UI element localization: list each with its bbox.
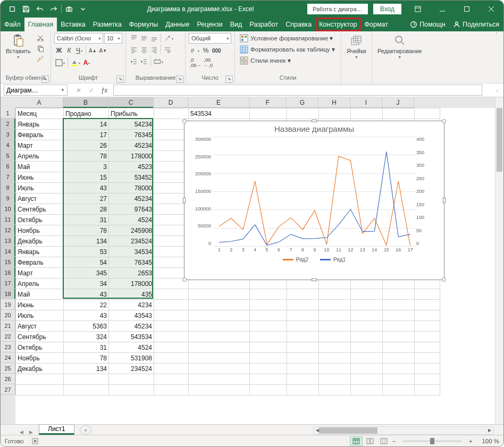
cell[interactable] (351, 332, 383, 342)
cell[interactable] (319, 321, 351, 332)
accounting-format-icon[interactable]: ₽▾ (189, 45, 200, 56)
maximize-button[interactable] (455, 1, 479, 18)
cell[interactable] (154, 172, 189, 183)
cell[interactable] (154, 204, 189, 215)
cell[interactable] (109, 385, 154, 395)
cell[interactable] (351, 310, 383, 321)
cell[interactable] (383, 385, 415, 395)
cell[interactable]: 4524 (109, 342, 154, 353)
cell[interactable]: 345 (64, 268, 109, 279)
font-family-combo[interactable]: Calibri (Осно▼ (54, 33, 103, 44)
tab-вставка[interactable]: Вставка (57, 18, 89, 31)
view-page-break-icon[interactable] (377, 436, 390, 446)
cell[interactable]: 31 (64, 215, 109, 225)
chart-plot-area[interactable]: 300000250000200000150000100000500000 400… (189, 137, 439, 254)
cell[interactable]: 134 (64, 236, 109, 247)
row-header-1[interactable]: 1 (1, 108, 15, 119)
camera-icon[interactable] (63, 3, 75, 15)
tell-me[interactable]: Помощн (407, 18, 449, 31)
cell[interactable]: Июль (16, 183, 64, 193)
cell[interactable]: 54234 (109, 119, 154, 130)
cell[interactable] (383, 332, 415, 342)
col-header-G[interactable]: G (287, 97, 318, 108)
cell[interactable] (383, 108, 415, 119)
cell[interactable]: Декабрь (16, 364, 64, 374)
cell[interactable]: 45234 (109, 193, 154, 204)
tab-формулы[interactable]: Формулы (125, 18, 162, 31)
cell[interactable] (189, 310, 250, 321)
cell[interactable]: 2653 (109, 268, 154, 279)
cell[interactable] (383, 374, 415, 385)
cell[interactable]: 543534 (189, 108, 250, 119)
tab-данные[interactable]: Данные (162, 18, 193, 31)
row-header-22[interactable]: 22 (1, 331, 15, 342)
zoom-level[interactable]: 100 % (482, 438, 499, 444)
font-color-button[interactable]: A▾ (82, 57, 91, 68)
cell[interactable]: Февраль (16, 257, 64, 268)
cell[interactable]: 134 (64, 364, 109, 374)
increase-indent-icon[interactable] (139, 56, 149, 67)
name-box[interactable]: Диаграм…▼ (4, 85, 68, 96)
formula-input[interactable] (113, 85, 482, 96)
number-format-combo[interactable]: Общий▼ (189, 33, 231, 44)
cell[interactable] (250, 342, 287, 353)
align-bottom-icon[interactable] (149, 33, 159, 44)
cell[interactable] (189, 321, 250, 332)
launcher-icon[interactable]: ⬊ (225, 75, 233, 83)
add-sheet-button[interactable]: ＋ (80, 425, 91, 435)
cell[interactable] (351, 321, 383, 332)
col-header-H[interactable]: H (318, 97, 350, 108)
cell[interactable]: Ноябрь (16, 225, 64, 236)
column-headers[interactable]: ABCDEFGHIJ (1, 97, 495, 108)
row-header-2[interactable]: 2 (1, 119, 15, 129)
row-header-24[interactable]: 24 (1, 352, 15, 363)
cell[interactable]: Октябрь (16, 215, 64, 225)
tab-файл[interactable]: Файл (1, 18, 24, 31)
cell[interactable]: 22 (64, 300, 109, 310)
cell[interactable]: 31 (64, 342, 109, 353)
cell[interactable] (250, 300, 287, 310)
cell[interactable] (250, 108, 287, 119)
cell[interactable] (319, 108, 351, 119)
cell[interactable] (415, 300, 440, 310)
macro-record-icon[interactable] (31, 437, 39, 445)
cell[interactable] (154, 162, 189, 172)
cell[interactable] (351, 108, 383, 119)
minimize-button[interactable] (430, 1, 455, 18)
chart-series-Ряд2[interactable] (219, 156, 410, 246)
cell[interactable] (154, 385, 189, 395)
cell[interactable]: Прибыль (109, 108, 154, 119)
bold-button[interactable]: Ж (54, 45, 64, 56)
cell[interactable] (319, 332, 351, 342)
cell[interactable]: 54 (64, 257, 109, 268)
chart-legend[interactable]: Ряд2Ряд1 (184, 255, 444, 266)
cell[interactable]: 34534 (109, 247, 154, 257)
cell[interactable]: 97643 (109, 204, 154, 215)
align-top-icon[interactable] (129, 33, 139, 44)
zoom-out-button[interactable]: − (390, 438, 398, 444)
row-header-6[interactable]: 6 (1, 161, 15, 172)
wrap-text-icon[interactable] (163, 45, 172, 55)
cell[interactable] (154, 247, 189, 257)
cell[interactable]: 435 (109, 289, 154, 300)
cell[interactable] (154, 374, 189, 385)
legend-item-Ряд2[interactable]: Ряд2 (283, 257, 308, 263)
align-right-icon[interactable] (149, 45, 159, 55)
hscroll-right[interactable]: ▶ (486, 427, 493, 434)
conditional-formatting-button[interactable]: Условное форматирование ▾ (238, 33, 337, 44)
cell[interactable]: 43 (64, 310, 109, 321)
tab-конструктор[interactable]: Конструктор (315, 18, 360, 31)
cell[interactable] (351, 300, 383, 310)
cell[interactable] (287, 385, 319, 395)
row-header-23[interactable]: 23 (1, 342, 15, 352)
cell[interactable]: 4524 (109, 215, 154, 225)
enter-formula-icon[interactable]: ✓ (86, 85, 97, 96)
cell[interactable]: 178000 (109, 279, 154, 289)
cell[interactable] (154, 215, 189, 225)
cell[interactable] (319, 374, 351, 385)
cell[interactable] (287, 321, 319, 332)
autosave-toggle[interactable] (6, 3, 19, 15)
cell[interactable]: Июнь (16, 300, 64, 310)
decrease-indent-icon[interactable] (129, 56, 139, 67)
row-header-8[interactable]: 8 (1, 182, 15, 193)
